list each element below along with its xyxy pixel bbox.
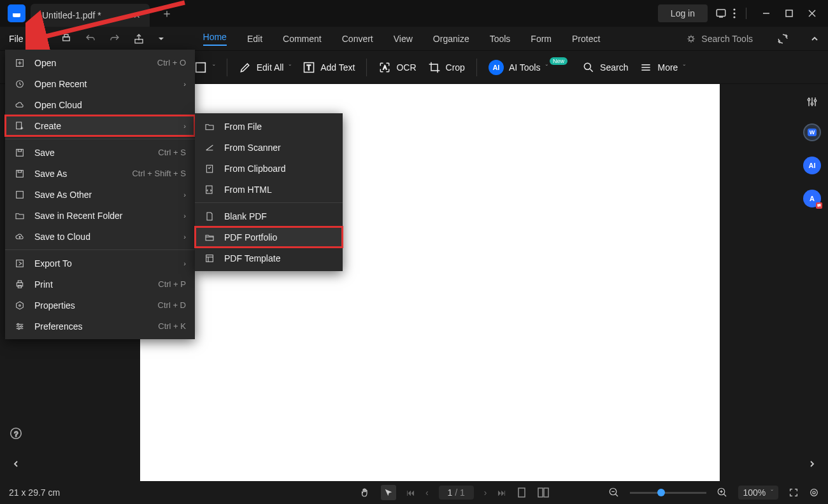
svg-point-19 [584,63,590,69]
menu-print[interactable]: PrintCtrl + P [5,274,195,295]
menu-save-recent-folder[interactable]: Save in Recent Folder› [5,205,195,226]
svg-point-14 [689,36,694,41]
app-logo [8,4,25,22]
search-label: Search [600,62,628,73]
submenu-pdf-template[interactable]: PDF Template [195,248,343,269]
last-page-icon[interactable]: ⏭ [497,487,506,498]
menu-create[interactable]: Create› [5,115,195,136]
more-icon[interactable] [733,8,736,18]
page-number-input[interactable]: 1 / 1 [439,486,474,500]
svg-line-36 [615,494,618,496]
tab-tools[interactable]: Tools [490,34,511,44]
share-icon[interactable] [133,33,145,45]
edit-all-button[interactable]: Edit Allˇ [239,61,291,74]
redo-icon[interactable] [109,33,120,45]
svg-point-29 [811,103,813,105]
menu-properties[interactable]: PropertiesCtrl + D [5,295,195,316]
menu-save-cloud[interactable]: Save to Cloud› [5,226,195,247]
search-button[interactable]: Search [582,61,628,74]
svg-rect-51 [18,149,21,151]
menu-preferences[interactable]: PreferencesCtrl + K [5,316,195,337]
svg-rect-10 [38,35,46,43]
close-window-icon[interactable] [808,9,817,18]
svg-rect-52 [17,170,24,177]
customize-dropdown-icon[interactable] [157,35,165,43]
undo-icon[interactable] [85,33,96,45]
zoom-slider[interactable] [630,492,706,494]
file-menu-button[interactable]: File [9,34,24,44]
translate-icon[interactable]: A⇄ [803,190,821,207]
menu-save-as[interactable]: Save AsCtrl + Shift + S [5,163,195,184]
ai-tools-button[interactable]: AI AI Toolsˇ New [489,60,571,75]
submenu-blank-pdf[interactable]: Blank PDF [195,206,343,227]
next-page-icon[interactable]: › [484,487,487,498]
add-text-button[interactable]: T Add Text [303,61,355,74]
close-tab-icon[interactable]: ✕ [133,10,141,20]
html-icon [204,185,215,195]
svg-rect-31 [518,488,525,497]
word-export-icon[interactable]: W [803,123,821,141]
feedback-icon[interactable] [715,8,727,19]
save-other-icon [14,190,25,200]
tab-title: Untitled-1.pdf * [42,10,101,20]
menu-save[interactable]: SaveCtrl + S [5,142,195,163]
open-icon[interactable] [36,33,48,45]
submenu-pdf-portfolio[interactable]: PDF Portfolio [195,227,343,248]
select-tool-icon[interactable] [381,485,396,500]
svg-rect-32 [538,488,543,497]
two-page-icon[interactable] [537,487,550,498]
crop-button[interactable]: Crop [428,61,465,74]
sync-icon[interactable] [777,33,789,45]
shape-tool[interactable]: ˇ [194,60,215,74]
tab-comment[interactable]: Comment [283,34,322,44]
tab-protect[interactable]: Protect [572,34,600,44]
adjust-icon[interactable] [806,95,818,108]
login-button[interactable]: Log in [658,4,708,22]
minimize-icon[interactable] [762,9,771,18]
svg-point-41 [811,489,818,496]
clock-icon [14,79,25,89]
ai-panel-icon[interactable]: AI [803,157,821,174]
maximize-icon[interactable] [785,9,794,18]
ocr-button[interactable]: A OCR [378,61,416,74]
single-page-icon[interactable] [517,487,527,498]
tab-form[interactable]: Form [531,34,552,44]
svg-rect-33 [544,488,548,497]
submenu-from-html[interactable]: From HTML [195,179,343,200]
help-icon[interactable]: ? [9,426,23,440]
new-tab-button[interactable]: ＋ [161,6,173,21]
crop-label: Crop [446,62,465,73]
hand-tool-icon[interactable] [359,487,371,498]
menu-open-recent[interactable]: Open Recent› [5,73,195,94]
save-as-icon [14,169,25,179]
fit-icon[interactable] [809,487,819,498]
ai-tools-label: AI Tools [509,62,541,73]
fullscreen-icon[interactable] [789,487,799,498]
document-tab[interactable]: Untitled-1.pdf * ✕ [31,4,150,27]
tab-organize[interactable]: Organize [433,34,469,44]
print-icon[interactable] [61,33,72,45]
ocr-label: OCR [396,62,416,73]
tab-edit[interactable]: Edit [247,34,262,44]
menu-export[interactable]: Export To› [5,253,195,274]
menu-open-cloud[interactable]: Open Cloud [5,94,195,115]
submenu-from-clipboard[interactable]: From Clipboard [195,158,343,179]
zoom-level-dropdown[interactable]: 100%ˇ [738,486,778,500]
search-tools[interactable]: Search Tools [686,34,753,44]
menu-open[interactable]: OpenCtrl + O [5,52,195,73]
tab-home[interactable]: Home [203,32,227,46]
svg-rect-56 [17,283,22,286]
panel-expand-icon[interactable] [808,459,817,468]
prev-page-icon[interactable]: ‹ [425,487,429,498]
first-page-icon[interactable]: ⏮ [406,487,415,498]
tab-convert[interactable]: Convert [342,34,373,44]
zoom-in-icon[interactable] [717,487,728,498]
submenu-from-file[interactable]: From File [195,116,343,137]
panel-collapse-icon[interactable] [11,459,20,468]
collapse-ribbon-icon[interactable] [810,34,819,43]
more-button[interactable]: Moreˇ [639,61,685,74]
zoom-out-icon[interactable] [608,487,620,498]
menu-save-as-other[interactable]: Save As Other› [5,184,195,205]
tab-view[interactable]: View [394,34,413,44]
submenu-from-scanner[interactable]: From Scanner [195,137,343,158]
